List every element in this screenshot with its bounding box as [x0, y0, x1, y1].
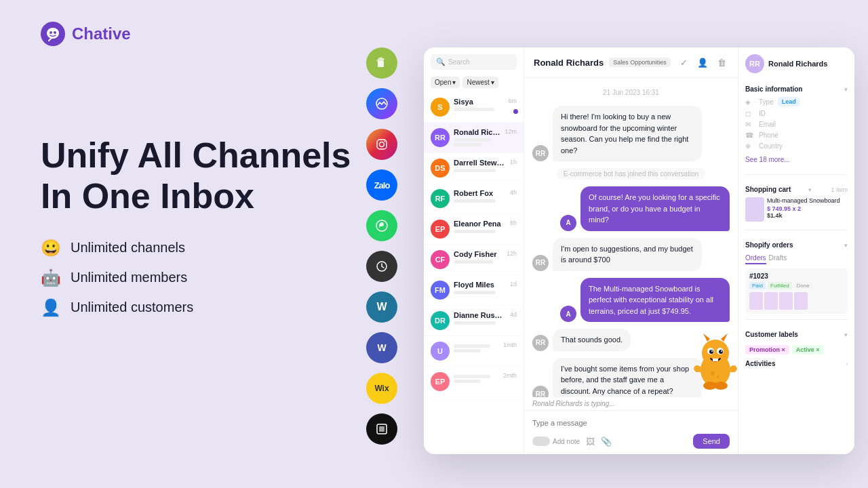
- channel-icon-whatsapp[interactable]: [366, 210, 397, 241]
- shopify-orders-title: Shopify orders: [745, 241, 793, 249]
- msg-avatar-1: RR: [532, 145, 549, 161]
- basic-info-arrow[interactable]: ▾: [844, 86, 848, 93]
- channel-icons-list: Zalo W W Wix: [366, 47, 397, 445]
- order-item-icon-2: [764, 292, 778, 310]
- hero-section: Unify All Channels In One Inbox 😀 Unlimi…: [41, 136, 351, 317]
- shopping-cart-section-header: Shopping cart ▾ 1 item: [745, 186, 848, 193]
- chat-contact-badge: Sales Opportunities: [609, 58, 671, 67]
- cart-count: 1 item: [831, 186, 848, 193]
- chat-messages: 21 Jun 2023 16:31 RR Hi there! I'm looki…: [524, 78, 738, 397]
- shopping-cart-arrow[interactable]: ▾: [808, 186, 812, 193]
- tab-drafts[interactable]: Drafts: [769, 253, 787, 264]
- right-panel: RR Ronald Richards Basic information ▾ ◈…: [738, 47, 854, 454]
- conv-name-darrell: Darrell Steward: [454, 159, 506, 167]
- search-placeholder: Search: [448, 58, 470, 66]
- avatar-icon[interactable]: 👤: [696, 56, 709, 69]
- divider-1: [745, 174, 848, 175]
- conv-time-unknown2: 2mth: [503, 372, 517, 379]
- shopify-orders-arrow[interactable]: ▾: [844, 242, 848, 249]
- svg-point-8: [384, 141, 386, 142]
- channel-icon-reviewtrack[interactable]: [366, 251, 397, 282]
- email-icon: ✉: [745, 121, 755, 128]
- order-item-icon-4: [794, 292, 808, 310]
- order-status-paid: Paid: [749, 282, 766, 289]
- toggle-switch[interactable]: [532, 436, 550, 446]
- msg-avatar-3: RR: [532, 255, 549, 271]
- customer-labels-section-header: Customer labels ▾: [745, 331, 848, 338]
- type-badge: Lead: [778, 97, 800, 106]
- label-promotion[interactable]: Promotion ×: [745, 345, 789, 354]
- conv-item-dianne[interactable]: DR Dianne Russell 4d: [424, 306, 524, 336]
- channel-icon-instagram[interactable]: [366, 129, 397, 160]
- logo-icon: [41, 22, 65, 46]
- conv-item-darrell[interactable]: DS Darrell Steward 1h: [424, 153, 524, 184]
- chat-header-actions: ✓ 👤 🗑: [677, 56, 728, 69]
- channel-icon-wix[interactable]: Wix: [366, 373, 397, 404]
- label-active[interactable]: Active ×: [792, 345, 824, 354]
- unread-dot-sisya: [513, 109, 518, 114]
- order-item-icon-1: [749, 292, 763, 310]
- conv-item-eleanor[interactable]: EP Eleanor Pena 8h: [424, 214, 524, 245]
- cart-item-image: [745, 197, 764, 222]
- msg-avatar-6: RR: [532, 386, 549, 397]
- chat-footer: Add note 🖼 📎 Send: [524, 410, 738, 454]
- trash-icon[interactable]: 🗑: [715, 56, 728, 69]
- channel-icon-weebly[interactable]: W: [366, 332, 397, 363]
- conv-item-sisya[interactable]: S Sisya 6m: [424, 92, 524, 123]
- conv-item-cody[interactable]: CF Cody Fisher 12h: [424, 245, 524, 275]
- svg-point-7: [380, 142, 384, 147]
- msg-bubble-1: Hi there! I'm looking to buy a new snowb…: [553, 106, 702, 161]
- shopify-orders-section-header: Shopify orders ▾: [745, 241, 848, 249]
- email-label: Email: [759, 121, 776, 128]
- rp-field-type: ◈ Type Lead: [745, 97, 848, 106]
- msg-bubble-5: That sounds good.: [553, 329, 631, 351]
- feature-item: 🤖 Unlimited members: [41, 268, 351, 287]
- conv-item-robert[interactable]: RF Robert Fox 4h: [424, 184, 524, 214]
- conv-item-unknown1[interactable]: U 1mth: [424, 336, 524, 367]
- conv-name-cody: Cody Fisher: [454, 250, 502, 258]
- rp-username: Ronald Richards: [768, 60, 827, 68]
- conv-avatar-ronald: RR: [431, 128, 450, 147]
- system-message: E-commerce bot has joined this conversat…: [557, 168, 706, 180]
- newest-filter-btn[interactable]: Newest ▾: [462, 77, 498, 88]
- conv-item-ronald[interactable]: RR Ronald Richards 12m: [424, 123, 524, 153]
- message-row-5: RR That sounds good.: [532, 329, 730, 351]
- rp-field-email: ✉ Email: [745, 121, 848, 128]
- country-label: Country: [759, 142, 783, 150]
- customer-labels-arrow[interactable]: ▾: [844, 331, 848, 338]
- message-row-3: RR I'm open to suggestions, and my budge…: [532, 238, 730, 271]
- id-label: ID: [759, 110, 766, 117]
- conv-avatar-sisya: S: [431, 98, 450, 117]
- conversation-items: S Sisya 6m RR Ronald Richards 12m: [424, 92, 524, 454]
- channel-icon-messenger[interactable]: [366, 88, 397, 119]
- orders-tabs: Orders Drafts: [745, 253, 848, 264]
- chat-panel: Ronald Richards Sales Opportunities ✓ 👤 …: [524, 47, 738, 454]
- channel-icon-squarespace[interactable]: [366, 413, 397, 445]
- see-more-link[interactable]: See 18 more...: [745, 156, 848, 163]
- typing-indicator: Ronald Richards is typing...: [524, 397, 738, 410]
- svg-rect-12: [379, 426, 384, 432]
- tab-orders[interactable]: Orders: [745, 253, 766, 264]
- image-icon[interactable]: 🖼: [584, 435, 596, 447]
- conv-time-darrell: 1h: [510, 159, 517, 165]
- conv-time-unknown1: 1mth: [503, 342, 517, 348]
- send-button[interactable]: Send: [693, 434, 730, 449]
- check-icon[interactable]: ✓: [677, 56, 690, 69]
- activities-title: Activities: [745, 360, 775, 367]
- channel-icon-shopify[interactable]: [366, 47, 397, 79]
- rp-avatar: RR: [745, 54, 764, 73]
- activities-arrow[interactable]: ›: [846, 361, 848, 367]
- conv-time-cody: 12h: [507, 250, 517, 257]
- conv-item-floyd[interactable]: FM Floyd Miles 1d: [424, 275, 524, 306]
- search-box[interactable]: 🔍 Search: [431, 54, 517, 70]
- cart-item-price: $ 749.95 x 2: [767, 205, 848, 212]
- conv-item-unknown2[interactable]: EP 2mth: [424, 367, 524, 397]
- channel-icon-zalo[interactable]: Zalo: [366, 169, 397, 201]
- conv-time-floyd: 1d: [510, 281, 517, 287]
- rp-user-header: RR Ronald Richards: [745, 54, 848, 73]
- message-input[interactable]: [532, 416, 730, 430]
- attachment-icon[interactable]: 📎: [600, 435, 612, 447]
- channel-icon-wordpress[interactable]: W: [366, 291, 397, 323]
- open-filter-btn[interactable]: Open ▾: [431, 77, 460, 88]
- divider-3: [745, 319, 848, 320]
